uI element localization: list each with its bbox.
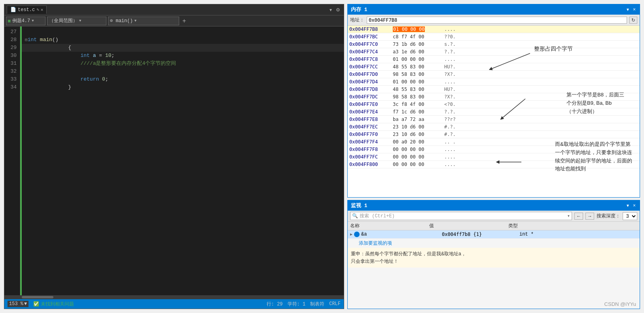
status-col: 学符: 1 [288, 301, 306, 307]
memory-pin-btn[interactable]: ▾ [626, 7, 630, 12]
scrollbar-thumb-h [22, 296, 53, 298]
line-numbers: 27 28 29 30 31 32 33 34 [4, 26, 20, 295]
code-editor: 📄 test.c ✎ ✕ ▾ ⚙ ▣ 例题4.7 ▼ （全局范围） ▼ [4, 4, 344, 309]
monitor-titlebar: 监视 1 ▾ × [348, 200, 640, 211]
mem-addr-0: 0x004FF7B8 [349, 26, 393, 32]
code-area: 27 28 29 30 31 32 33 34 ⊟int main() [4, 26, 344, 295]
zoom-arrow: ▼ [24, 301, 27, 307]
mem-bytes-7: 01 00 00 00 [393, 79, 444, 85]
mem-chars-14: #.?. [444, 132, 456, 137]
mem-chars-6: ?X?. [444, 72, 456, 77]
line-num-29: 29 [8, 44, 17, 52]
line-num-33: 33 [8, 75, 17, 83]
mem-addr-4: 0x004FF7C8 [349, 57, 393, 62]
mem-addr-17: 0x004FF7FC [349, 154, 393, 160]
line-num-30: 30 [8, 52, 17, 60]
line-num-34: 34 [8, 83, 17, 91]
mem-bytes-12: ba a7 72 aa [393, 117, 444, 122]
mem-bytes-15: 00 a0 20 00 [393, 139, 444, 145]
gear-btn[interactable]: ⚙ [335, 7, 341, 13]
code-content[interactable]: ⊟int main() ➜ { int a = 10; //// [22, 26, 344, 295]
mem-chars-13: #.?. [444, 124, 456, 130]
func-dropdown[interactable]: ⊙ main() ▼ [108, 17, 179, 25]
search-icon: 🔍 [352, 213, 358, 219]
monitor-row-0[interactable]: ▶ &a 0x004ff7b8 {1} int * [348, 230, 640, 239]
mem-addr-16: 0x004FF7F8 [349, 147, 393, 152]
memory-row-14: 0x004FF7F0 23 10 d6 00 #.?. [348, 131, 640, 138]
editor-toolbar: ▣ 例题4.7 ▼ （全局范围） ▼ ⊙ main() ▼ + [4, 15, 344, 26]
status-row: 行: 29 [267, 301, 283, 307]
memory-row-1: 0x004FF7BC c8 f7 4f 00 ??0. [348, 33, 640, 41]
watch-value: 0x004ff7b8 {1} [440, 231, 519, 238]
memory-row-13: 0x004FF7EC 23 10 d6 00 #.?. [348, 123, 640, 131]
mem-addr-5: 0x004FF7CC [349, 64, 393, 70]
range-dropdown[interactable]: （全局范围） ▼ [47, 17, 106, 25]
search-dropdown-btn[interactable]: ▾ [567, 213, 570, 219]
memory-title: 内存 1 [351, 6, 367, 13]
add-btn[interactable]: + [181, 17, 188, 25]
mem-bytes-17: 00 00 00 00 [393, 154, 444, 160]
note-line2: 只会拿出第一个地址！ [351, 258, 398, 264]
mem-bytes-9: 98 58 83 00 [393, 94, 444, 100]
editor-tab-testc[interactable]: 📄 test.c ✎ ✕ [7, 6, 47, 14]
file-icon: 📄 [10, 7, 16, 13]
mem-addr-13: 0x004FF7EC [349, 124, 393, 130]
code-line-31: ////a是整形要在内存分配4个字节的空间 [22, 60, 344, 68]
expand-icon[interactable]: ▶ [350, 232, 352, 237]
tab-pin[interactable]: ✎ [36, 7, 39, 12]
memory-row-4: 0x004FF7C8 01 00 00 00 .... [348, 56, 640, 63]
assign: = [99, 52, 102, 60]
memory-row-2: 0x004FF7C0 73 1b d6 00 s.?. [348, 41, 640, 48]
addr-input[interactable] [367, 17, 627, 24]
monitor-toolbar: 🔍 搜索 (Ctrl+E) ▾ ← → 搜索深度： 3 1 2 4 5 [348, 211, 640, 222]
check-icon: ✅ [33, 301, 39, 307]
mem-chars-15: .. . [444, 139, 456, 145]
mem-bytes-5: 48 55 83 00 [393, 64, 444, 70]
mem-bytes-13: 23 10 d6 00 [393, 124, 444, 130]
scrollbar-h[interactable] [4, 295, 344, 299]
add-watch-item[interactable]: 添加要监视的项 [348, 239, 640, 248]
status-tab: 制表符 [310, 301, 324, 307]
memory-controls: ▾ × [626, 7, 636, 12]
line-num-28: 28 [8, 36, 17, 44]
editor-titlebar: 📄 test.c ✎ ✕ ▾ ⚙ [4, 4, 344, 15]
close-brace: } [68, 83, 71, 91]
settings-btn[interactable]: ▾ [328, 7, 333, 13]
addr-refresh-btn[interactable]: ↻ [629, 17, 637, 24]
func-arrow: ▼ [134, 19, 136, 23]
memory-close-btn[interactable]: × [632, 7, 636, 12]
nav-prev-btn[interactable]: ← [574, 213, 583, 220]
kw-return: return [80, 75, 99, 83]
scope-dropdown[interactable]: ▣ 例题4.7 ▼ [6, 17, 45, 25]
mem-addr-2: 0x004FF7C0 [349, 41, 393, 47]
mem-addr-10: 0x004FF7E0 [349, 102, 393, 107]
editor-tabs: 📄 test.c ✎ ✕ [7, 6, 47, 14]
mem-chars-10: <?0. [444, 102, 456, 107]
memory-table[interactable]: 0x004FF7B8 01 00 00 00 .... 0x004FF7BC c… [348, 26, 640, 197]
depth-select[interactable]: 3 1 2 4 5 [623, 212, 637, 220]
mem-bytes-2: 73 1b d6 00 [393, 41, 444, 47]
watermark: CSDN @iYYu [604, 301, 636, 307]
mem-addr-6: 0x004FF7D0 [349, 72, 393, 77]
memory-row-7: 0x004FF7D4 01 00 00 00 .... [348, 78, 640, 86]
mem-chars-1: ??0. [444, 34, 456, 40]
zoom-indicator[interactable]: 153 % ▼ [8, 301, 28, 307]
mem-byte-highlighted: 01 00 00 00 [393, 26, 425, 32]
memory-row-17: 0x004FF7FC 00 00 00 00 .... [348, 153, 640, 161]
memory-row-3: 0x004FF7C4 a3 1e d6 00 ?.?. [348, 48, 640, 56]
memory-titlebar: 内存 1 ▾ × [348, 4, 640, 15]
nav-next-btn[interactable]: → [585, 213, 594, 220]
monitor-search-box[interactable]: 🔍 搜索 (Ctrl+E) ▾ [350, 212, 572, 220]
mem-chars-9: ?X?. [444, 94, 456, 100]
mem-chars-8: HU?. [444, 87, 456, 92]
status-no-issues: ✅ 未找到相关问题 [33, 301, 74, 307]
mem-bytes-10: 3c f8 4f 00 [393, 102, 444, 107]
monitor-close-btn[interactable]: × [632, 203, 636, 208]
line-num-27: 27 [8, 28, 17, 36]
tab-close[interactable]: ✕ [41, 7, 44, 12]
mem-addr-8: 0x004FF7D8 [349, 87, 393, 92]
monitor-pin-btn[interactable]: ▾ [626, 203, 630, 208]
mem-chars-4: .... [444, 57, 456, 62]
monitor-controls: ▾ × [626, 203, 636, 208]
tab-filename: test.c [18, 7, 35, 13]
